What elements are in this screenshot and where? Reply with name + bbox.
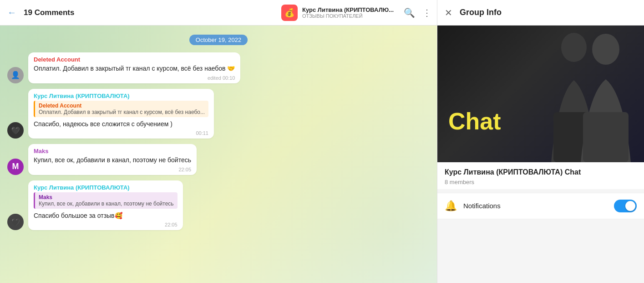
group-image: Chat [437, 26, 644, 162]
message-text: Купил, все ок, добавили в канал, поэтому… [34, 156, 191, 165]
right-header: ✕ Group Info [437, 0, 644, 26]
message-bubble: Maks Купил, все ок, добавили в канал, по… [28, 144, 197, 175]
avatar: M [7, 159, 24, 175]
message-timestamp: 22:05 [179, 167, 192, 172]
message-meta: 22:05 [34, 222, 177, 227]
group-info-title: Group Info [460, 8, 502, 17]
more-button[interactable]: ⋮ [422, 7, 431, 18]
notifications-label: Notifications [463, 202, 608, 210]
message-row: 🖤 Курс Литвина (КРИПТОВАЛЮТА) Deleted Ac… [7, 89, 430, 139]
reply-block: Deleted Account Оплатил. Добавил в закры… [34, 101, 208, 117]
message-bubble: Курс Литвина (КРИПТОВАЛЮТА) Deleted Acco… [28, 89, 214, 139]
reply-text: Оплатил. Добавил в закрытый тг канал с к… [39, 109, 205, 115]
message-text: Оплатил. Добавил в закрытый тг канал с к… [34, 64, 235, 73]
message-meta: edited 00:10 [34, 75, 235, 81]
message-timestamp: 22:05 [165, 222, 177, 227]
date-badge: October 19, 2022 [7, 35, 430, 45]
message-sender: Курс Литвина (КРИПТОВАЛЮТА) [34, 184, 177, 191]
avatar: 👤 [7, 67, 24, 83]
group-image-background [437, 26, 644, 162]
chat-header: ← 19 Comments 💰 Курс Литвина (КРИПТОВАЛЮ… [0, 0, 437, 26]
message-row: 🖤 Курс Литвина (КРИПТОВАЛЮТА) Maks Купил… [7, 180, 430, 231]
avatar: 🖤 [7, 214, 24, 230]
message-meta: 22:05 [34, 167, 191, 172]
notifications-icon: 🔔 [445, 200, 457, 212]
svg-point-0 [561, 33, 587, 62]
channel-icon: 💰 [281, 5, 298, 21]
comments-title: 19 Comments [24, 8, 271, 17]
message-sender: Deleted Account [34, 56, 235, 63]
back-button[interactable]: ← [5, 5, 18, 20]
notifications-toggle[interactable] [614, 200, 637, 212]
header-actions: 🔍 ⋮ [404, 7, 431, 18]
message-timestamp: edited 00:10 [208, 75, 235, 81]
message-text: Спасибо, надеюсь все сложится с обучение… [34, 120, 208, 129]
group-name: Курс Литвина (КРИПТОВАЛЮТА) Chat [445, 168, 637, 177]
message-bubble: Курс Литвина (КРИПТОВАЛЮТА) Maks Купил, … [28, 180, 183, 231]
chat-panel: ← 19 Comments 💰 Курс Литвина (КРИПТОВАЛЮ… [0, 0, 437, 283]
channel-text: Курс Литвина (КРИПТОВАЛЮ... ОТЗЫВЫ ПОКУП… [302, 6, 394, 19]
reply-text: Купил, все ок, добавили в канал, поэтому… [39, 201, 174, 207]
close-icon: ✕ [445, 8, 452, 18]
message-meta: 00:11 [34, 130, 208, 136]
reply-sender: Deleted Account [39, 103, 205, 109]
message-text: Спасибо большое за отзыв🥰 [34, 211, 177, 221]
reply-block: Maks Купил, все ок, добавили в канал, по… [34, 192, 177, 209]
notifications-row: 🔔 Notifications [437, 193, 644, 219]
group-info-panel: ✕ Group Info Chat Курс Литвина (КРИПТОВА… [437, 0, 644, 283]
channel-subtitle: ОТЗЫВЫ ПОКУПАТЕЛЕЙ [302, 13, 394, 19]
message-row: 👤 Deleted Account Оплатил. Добавил в зак… [7, 52, 430, 83]
group-details: Курс Литвина (КРИПТОВАЛЮТА) Chat 8 membe… [437, 162, 644, 189]
chat-label: Chat [448, 108, 501, 135]
search-icon: 🔍 [404, 8, 415, 18]
message-timestamp: 00:11 [196, 130, 208, 136]
message-row: M Maks Купил, все ок, добавили в канал, … [7, 144, 430, 175]
search-button[interactable]: 🔍 [404, 7, 415, 18]
chat-area[interactable]: October 19, 2022 👤 Deleted Account Оплат… [0, 26, 437, 283]
message-sender: Курс Литвина (КРИПТОВАЛЮТА) [34, 93, 208, 99]
message-bubble: Deleted Account Оплатил. Добавил в закры… [28, 52, 240, 83]
reply-sender: Maks [39, 194, 174, 201]
svg-point-2 [592, 34, 619, 65]
message-sender: Maks [34, 148, 191, 154]
svg-rect-3 [583, 112, 629, 162]
channel-name: Курс Литвина (КРИПТОВАЛЮ... [302, 6, 394, 13]
channel-info[interactable]: 💰 Курс Литвина (КРИПТОВАЛЮ... ОТЗЫВЫ ПОК… [277, 3, 398, 23]
group-silhouette [526, 30, 644, 162]
group-members-count: 8 members [445, 179, 637, 185]
avatar: 🖤 [7, 122, 24, 139]
more-icon: ⋮ [422, 8, 431, 18]
close-button[interactable]: ✕ [445, 7, 452, 18]
